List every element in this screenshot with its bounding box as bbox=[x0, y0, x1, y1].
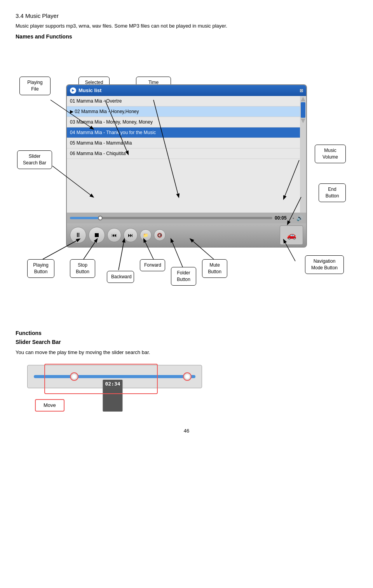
callout-slider-search-bar: Slider Search Bar bbox=[17, 150, 52, 169]
progress-track[interactable] bbox=[70, 217, 272, 219]
progress-fill bbox=[70, 217, 100, 219]
folder-button[interactable]: 📁 bbox=[140, 229, 152, 241]
diagram-container: Playing File Selected File Time Frame Ba… bbox=[16, 45, 350, 318]
time-display: 00:05 bbox=[275, 215, 290, 222]
callout-music-volume: Music Volume bbox=[315, 145, 346, 163]
slider-label: Slider Search Bar bbox=[16, 338, 357, 346]
functions-label: Functions bbox=[16, 329, 357, 337]
playlist-item-1: 01 Mamma Mia - Overtre bbox=[67, 96, 300, 106]
playlist-item-5: 05 Mamma Mia - Mamma Mia bbox=[67, 138, 300, 148]
section2: Functions Slider Search Bar You can move… bbox=[16, 329, 357, 412]
slider-desc: You can move the play time by moving the… bbox=[16, 349, 357, 356]
scrollbar[interactable] bbox=[300, 96, 306, 213]
slider-track[interactable] bbox=[34, 375, 195, 378]
forward-button[interactable]: ⏭ bbox=[124, 228, 138, 242]
player-controls: ⏸ ⏹ ⏮ ⏭ 📁 🔇 🚗 bbox=[67, 223, 306, 247]
playlist-item-3: 03 Mamma Mia - Money, Money, Money bbox=[67, 117, 300, 127]
progress-thumb[interactable] bbox=[98, 216, 103, 220]
callout-mute-button: Mute Button bbox=[202, 259, 227, 278]
backward-button[interactable]: ⏮ bbox=[107, 228, 121, 242]
titlebar-icon bbox=[70, 87, 76, 94]
player-wrapper: Music list ⊠ 01 Mamma Mia - Overtre ▶ 02… bbox=[66, 84, 307, 248]
stop-button[interactable]: ⏹ bbox=[89, 227, 105, 243]
playlist-item-2: ▶ 02 Mamma Mia - Honey,Honey bbox=[67, 106, 300, 117]
callout-end-button: End Button bbox=[319, 183, 346, 202]
names-functions-label: Names and Functions bbox=[16, 33, 357, 41]
callout-playing-file: Playing File bbox=[19, 77, 51, 95]
player-title: Music list bbox=[78, 87, 101, 94]
player-titlebar: Music list ⊠ bbox=[67, 85, 306, 96]
slider-diagram: 02:34 Move bbox=[16, 361, 210, 412]
slider-time-display: 02:34 bbox=[103, 380, 122, 412]
callout-playing-button: Playing Button bbox=[27, 259, 54, 278]
player-playlist: 01 Mamma Mia - Overtre ▶ 02 Mamma Mia - … bbox=[67, 96, 300, 213]
scrollbar-up bbox=[301, 97, 305, 101]
scrollbar-down bbox=[301, 119, 305, 123]
playlist-item-6: 06 Mamma Mia - Chiquitita bbox=[67, 148, 300, 159]
slider-thumb-right[interactable] bbox=[183, 372, 192, 381]
callout-forward: Forward bbox=[140, 259, 165, 271]
car-icon: 🚗 bbox=[287, 229, 296, 241]
slider-thumb-left[interactable] bbox=[70, 372, 78, 381]
nav-image[interactable]: 🚗 bbox=[280, 225, 303, 245]
volume-icon: 🔊 bbox=[296, 214, 303, 222]
scrollbar-thumb[interactable] bbox=[301, 102, 305, 118]
page-number: 46 bbox=[16, 427, 357, 435]
playlist-item-4: 04 Mamma Mia - Thank you for the Music bbox=[67, 127, 300, 138]
callout-navigation-mode: Navigation Mode Button bbox=[305, 255, 344, 274]
play-button[interactable]: ⏸ bbox=[70, 227, 86, 243]
section-desc: Music player supports mp3, wma, wav file… bbox=[16, 22, 357, 30]
player-progress: 00:05 - 🔊 bbox=[67, 213, 306, 223]
callout-backward: Backward bbox=[107, 271, 134, 283]
player: Music list ⊠ 01 Mamma Mia - Overtre ▶ 02… bbox=[66, 84, 307, 248]
dash-display: - bbox=[293, 215, 294, 222]
callout-folder-button: Folder Button bbox=[171, 267, 196, 286]
section-title: 3.4 Music Player bbox=[16, 12, 357, 21]
callout-stop-button: Stop Button bbox=[70, 259, 95, 278]
move-callout: Move bbox=[35, 399, 64, 412]
mute-button[interactable]: 🔇 bbox=[154, 229, 166, 241]
player-with-scrollbar: 01 Mamma Mia - Overtre ▶ 02 Mamma Mia - … bbox=[67, 96, 306, 213]
